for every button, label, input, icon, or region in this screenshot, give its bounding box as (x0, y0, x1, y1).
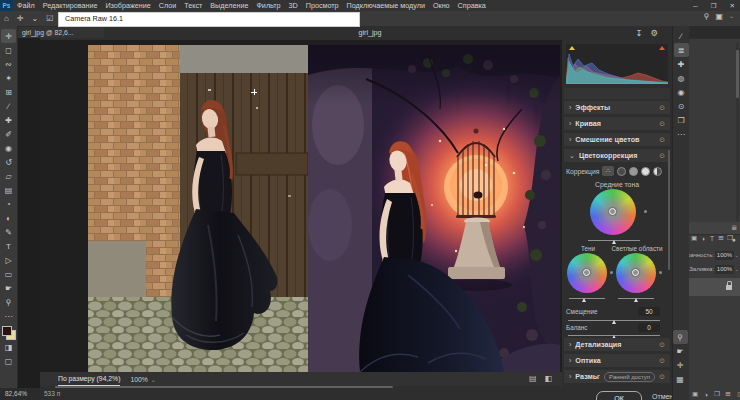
midtones-color-wheel[interactable] (590, 189, 636, 235)
crop-tool[interactable]: ⊞ (1, 85, 16, 99)
visibility-toggle-icon[interactable]: ⊙ (659, 341, 665, 349)
panel-section-header[interactable]: › Смешение цветов ⊙ (564, 133, 670, 146)
highlights-color-wheel[interactable] (616, 253, 656, 293)
hand-tool[interactable]: ☛ (1, 281, 16, 295)
zoom-tool[interactable]: ⚲ (1, 295, 16, 309)
balance-slider[interactable] (568, 335, 660, 336)
lasso-tool[interactable]: ∾ (1, 57, 16, 71)
highlights-reset-dot[interactable] (659, 271, 662, 274)
balance-value[interactable]: 0 (638, 323, 660, 332)
menu-item[interactable]: Выделение (206, 0, 252, 11)
panel-section-header[interactable]: › Размыт... Ранний доступ ⊙ (564, 370, 670, 383)
preview-eye-icon[interactable]: ⊙ (674, 99, 689, 113)
blending-value[interactable]: 50 (638, 307, 660, 316)
panel-section-header[interactable]: › Оптика ⊙ (564, 354, 670, 367)
healing-icon[interactable]: ✚ (674, 57, 689, 71)
midtones-wheel-icon[interactable] (629, 167, 638, 176)
menu-item[interactable]: Изображение (101, 0, 154, 11)
color-sampler-icon[interactable]: ✛ (673, 358, 688, 372)
shadows-wheel-icon[interactable] (617, 167, 626, 176)
menu-item[interactable]: 3D (285, 0, 302, 11)
quick-selection-tool[interactable]: ✶ (1, 71, 16, 85)
clone-stamp-tool[interactable]: ◉ (1, 141, 16, 155)
three-way-wheels-icon[interactable]: ∴ (602, 166, 614, 176)
edit-panel-icon[interactable]: ≣ (674, 43, 689, 57)
document-tab[interactable]: girl_jpg @ 82,6... (18, 27, 104, 38)
shadow-clipping-icon[interactable] (569, 46, 575, 50)
visibility-toggle-icon[interactable]: ⊙ (659, 120, 665, 128)
menu-item[interactable]: Просмотр (302, 0, 343, 11)
menu-item[interactable]: Редактирование (39, 0, 102, 11)
menu-item[interactable]: Окно (429, 0, 454, 11)
adjustment-layer-icon[interactable]: ◑ (702, 391, 710, 398)
visibility-toggle-icon[interactable]: ⊙ (659, 357, 665, 365)
foreground-color-swatch[interactable] (2, 326, 12, 336)
path-selection-tool[interactable]: ▷ (1, 253, 16, 267)
shadows-color-wheel[interactable] (567, 253, 607, 293)
blur-tool[interactable]: ◔ (1, 197, 16, 211)
dodge-tool[interactable]: ◐ (1, 211, 16, 225)
visibility-toggle-icon[interactable]: ⊙ (659, 136, 665, 144)
filter-adjustment-layers-icon[interactable]: ◑ (699, 235, 707, 242)
visibility-toggle-icon[interactable]: ⊙ (659, 104, 665, 112)
highlight-clipping-icon[interactable] (659, 46, 665, 50)
color-swatches[interactable] (1, 325, 16, 340)
filter-toggle-icon[interactable]: ● (730, 236, 738, 243)
workspace-icon[interactable]: ▣ (715, 12, 723, 21)
menu-item[interactable]: Подключаемые модули (343, 0, 429, 11)
layer-mask-icon[interactable]: ▣ (691, 390, 699, 398)
auto-select-checkbox[interactable]: ☑ (42, 14, 57, 23)
menu-item[interactable]: Слои (155, 0, 180, 11)
new-layer-icon[interactable]: ⊞ (724, 390, 732, 398)
menu-item[interactable]: Текст (180, 0, 206, 11)
layers-menu-icon[interactable]: ≣ (731, 224, 737, 232)
red-eye-icon[interactable]: ◉ (674, 85, 689, 99)
brush-tool[interactable]: ✐ (1, 127, 16, 141)
move-tool-icon[interactable]: ✛ (13, 14, 28, 23)
single-view-icon[interactable]: ▤ (529, 372, 537, 386)
more-options-icon[interactable]: ⋯ (674, 127, 689, 141)
eyedropper-tool[interactable]: ∕ (1, 99, 16, 113)
highlights-luminance-slider[interactable] (618, 298, 654, 299)
hand-tool-icon[interactable]: ☛ (673, 344, 688, 358)
gradient-tool[interactable]: ▤ (1, 183, 16, 197)
horizontal-scrollbar[interactable] (55, 386, 393, 388)
close-button[interactable]: ✕ (730, 0, 735, 11)
shadows-reset-dot[interactable] (610, 271, 613, 274)
layer-group-icon[interactable]: ❒ (713, 390, 721, 398)
edit-toolbar-icon[interactable]: ⋯ (1, 309, 16, 323)
menu-item[interactable]: Фильтр (252, 0, 284, 11)
visibility-toggle-icon[interactable]: ⊙ (659, 373, 665, 381)
status-zoom-percent[interactable]: 82,64% (5, 390, 27, 397)
global-wheel-icon[interactable] (653, 167, 662, 176)
white-balance-eyedropper-icon[interactable]: ∕ (674, 29, 689, 43)
healing-brush-tool[interactable]: ✚ (1, 113, 16, 127)
delete-layer-icon[interactable]: ▯ (735, 390, 740, 398)
chevron-down-icon[interactable]: ⌄ (28, 14, 43, 23)
zoom-tool-icon[interactable]: ⚲ (673, 330, 688, 344)
shadows-luminance-slider[interactable] (569, 298, 605, 299)
menu-item[interactable]: Файл (13, 0, 39, 11)
panel-section-header[interactable]: › Кривая ⊙ (564, 117, 670, 130)
acr-panel-scrollbar[interactable] (668, 150, 670, 270)
filter-pixel-layers-icon[interactable]: ▣ (690, 234, 698, 242)
highlights-wheel-icon[interactable] (641, 167, 650, 176)
history-brush-tool[interactable]: ↺ (1, 155, 16, 169)
quick-mask-icon[interactable]: ◨ (1, 340, 16, 354)
ok-button[interactable]: ОК (596, 391, 642, 400)
midtones-luminance-slider[interactable] (588, 240, 640, 241)
search-icon[interactable]: ⚲ (704, 12, 710, 21)
masking-icon[interactable]: ◍ (674, 71, 689, 85)
save-image-icon[interactable]: ↧ (635, 26, 642, 40)
midtones-reset-dot[interactable] (644, 210, 647, 213)
visibility-toggle-icon[interactable]: ⊙ (659, 152, 665, 160)
selected-layer-row[interactable] (688, 278, 740, 296)
snapshots-icon[interactable]: ❒ (674, 113, 689, 127)
fit-to-view-button[interactable]: По размеру (94,2%) (58, 373, 120, 386)
zoom-level-value[interactable]: 100% (130, 376, 147, 383)
before-after-view-icon[interactable]: ◧ (544, 372, 552, 386)
restore-button[interactable]: ❐ (711, 0, 717, 11)
settings-gear-icon[interactable]: ⚙ (650, 26, 658, 40)
chevron-down-icon[interactable]: ⌄ (151, 376, 156, 383)
filter-shape-layers-icon[interactable]: ⊞ (717, 234, 725, 242)
